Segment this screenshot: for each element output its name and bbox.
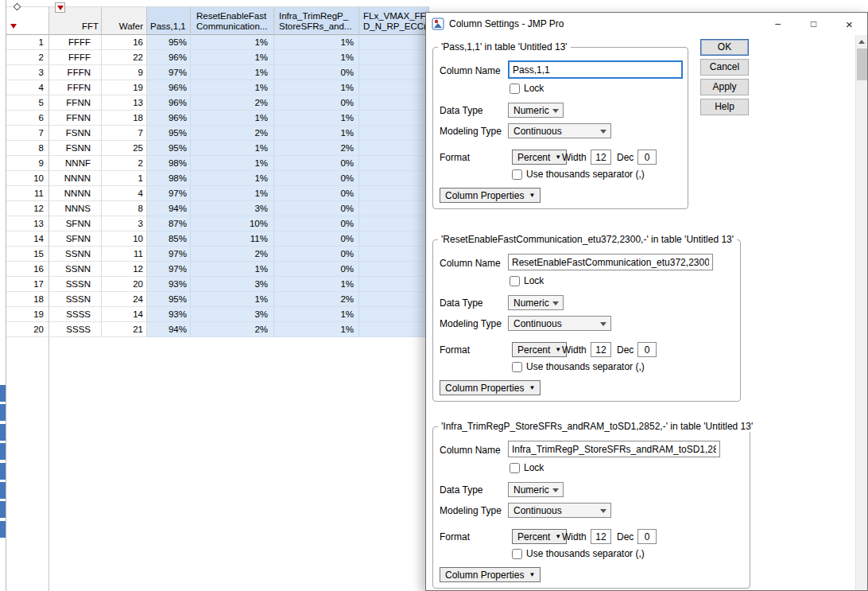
lock-checkbox[interactable]: Lock [510,275,544,286]
table-cell[interactable]: 18 [102,111,147,126]
column-header[interactable]: Wafer [102,6,147,35]
table-cell[interactable]: 3 [102,216,147,231]
table-cell[interactable]: FSNN [49,141,102,156]
table-cell[interactable] [359,80,429,95]
table-cell[interactable]: 20 [102,277,147,292]
table-cell[interactable]: SSSN [49,292,102,307]
table-cell[interactable]: 1% [191,186,274,201]
table-cell[interactable]: NNNS [49,201,102,216]
table-cell[interactable]: 1% [191,262,274,277]
thousands-separator-checkbox[interactable]: Use thousands separator (,) [512,548,645,559]
table-cell[interactable]: NNNN [49,171,102,186]
table-cell[interactable]: 0% [274,95,359,111]
table-cell[interactable]: NNNF [49,156,102,171]
thousands-checkbox-box[interactable] [512,549,522,559]
table-cell[interactable]: 95% [147,292,191,307]
column-header[interactable]: ResetEnableFastCommunication... [191,6,274,35]
table-cell[interactable]: 1% [191,292,274,307]
column-properties-button[interactable]: Column Properties ▼ [440,380,541,395]
thousands-checkbox-box[interactable] [512,362,522,372]
row-number[interactable]: 5 [6,95,49,111]
table-cell[interactable]: 0% [274,186,359,201]
column-properties-button[interactable]: Column Properties ▼ [440,567,541,582]
table-cell[interactable] [359,292,429,307]
cancel-button[interactable]: Cancel [700,59,749,76]
table-cell[interactable] [359,171,429,186]
table-cell[interactable]: 96% [147,95,191,111]
table-cell[interactable]: 0% [274,171,359,186]
table-cell[interactable]: 1% [191,156,274,171]
table-cell[interactable]: 2% [274,141,359,156]
table-cell[interactable] [359,216,429,231]
table-cell[interactable]: 1% [191,171,274,186]
table-cell[interactable]: 93% [147,277,191,292]
table-cell[interactable]: FSNN [49,126,102,141]
table-cell[interactable]: SSSN [49,277,102,292]
modeling-type-dropdown[interactable]: Continuous [508,316,611,331]
table-cell[interactable]: FFFF [49,50,102,65]
table-cell[interactable]: 2% [191,126,274,141]
data-type-dropdown[interactable]: Numeric [508,295,564,310]
table-cell[interactable]: 97% [147,262,191,277]
format-dropdown-button[interactable]: Percent ▼ [512,150,567,165]
row-number[interactable]: 3 [6,65,49,80]
table-cell[interactable]: 19 [102,80,147,95]
lock-checkbox-box[interactable] [510,276,520,286]
table-cell[interactable]: 4 [102,186,147,201]
window-titlebar[interactable]: Column Settings - JMP Pro – □ × [426,13,867,35]
row-number[interactable]: 2 [6,50,49,65]
table-cell[interactable]: 96% [147,111,191,126]
row-number[interactable]: 20 [6,322,49,337]
table-cell[interactable]: 1% [191,50,274,65]
table-cell[interactable]: 96% [147,80,191,95]
table-menu-red-triangle-icon[interactable] [55,2,65,13]
row-number[interactable]: 17 [6,277,49,292]
row-number[interactable]: 19 [6,307,49,322]
lock-checkbox-box[interactable] [510,463,520,473]
row-number[interactable]: 12 [6,201,49,216]
close-button[interactable]: × [831,13,867,35]
table-cell[interactable]: 11% [191,231,274,247]
table-cell[interactable]: 8 [102,201,147,216]
table-cell[interactable]: 22 [102,50,147,65]
table-cell[interactable] [359,231,429,247]
table-cell[interactable]: 1% [191,65,274,80]
table-cell[interactable] [359,186,429,201]
table-cell[interactable]: 95% [147,141,191,156]
maximize-button[interactable]: □ [796,13,831,35]
scrollbar-thumb[interactable] [857,49,867,80]
table-cell[interactable] [359,35,429,50]
table-cell[interactable]: 16 [102,35,147,50]
table-cell[interactable]: FFFF [49,35,102,50]
row-number[interactable]: 7 [6,126,49,141]
column-header[interactable]: Pass,1,1 [147,6,191,35]
ok-button[interactable]: OK [700,39,749,56]
table-cell[interactable]: SSSS [49,322,102,337]
thousands-separator-checkbox[interactable]: Use thousands separator (,) [512,361,645,372]
table-cell[interactable]: SSNN [49,247,102,262]
data-type-dropdown[interactable]: Numeric [508,482,564,497]
column-name-input[interactable] [508,60,683,79]
row-number[interactable]: 6 [6,111,49,126]
dec-input[interactable] [637,150,657,165]
width-input[interactable] [591,529,611,544]
table-cell[interactable]: FFFN [49,65,102,80]
table-cell[interactable] [359,277,429,292]
table-cell[interactable]: SSNN [49,262,102,277]
table-cell[interactable]: 1% [191,80,274,95]
table-cell[interactable] [359,322,429,337]
table-cell[interactable] [359,201,429,216]
table-cell[interactable]: 0% [274,156,359,171]
row-number[interactable]: 14 [6,231,49,247]
row-number[interactable]: 8 [6,141,49,156]
modeling-type-dropdown[interactable]: Continuous [508,503,611,518]
table-cell[interactable]: 1% [274,111,359,126]
table-cell[interactable]: 2% [191,247,274,262]
table-cell[interactable]: 1% [274,322,359,337]
table-cell[interactable]: 94% [147,322,191,337]
column-header[interactable]: Infra_TrimRegP_StoreSFRs_and... [274,6,359,35]
table-cell[interactable] [359,65,429,80]
table-cell[interactable]: 2% [274,292,359,307]
table-cell[interactable]: 9 [102,65,147,80]
table-cell[interactable]: 1% [274,307,359,322]
